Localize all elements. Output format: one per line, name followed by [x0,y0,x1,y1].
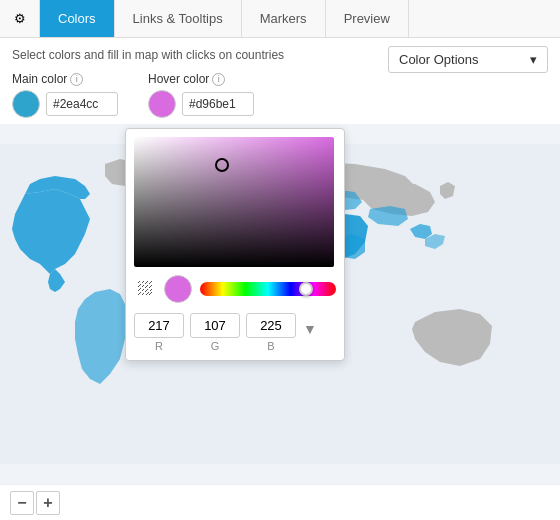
r-input[interactable] [134,313,184,338]
main-color-label: Main color i [12,72,118,86]
color-preview-circle [164,275,192,303]
gear-icon: ⚙ [14,11,26,26]
g-input[interactable] [190,313,240,338]
hover-color-info-icon[interactable]: i [212,73,225,86]
eyedropper-button[interactable]: ⛆ [134,278,156,300]
hue-slider[interactable] [200,282,336,296]
r-label: R [155,340,163,352]
bottom-controls: − + [0,484,560,520]
b-group: B [246,313,296,352]
hue-thumb[interactable] [299,282,313,296]
color-fields: Main color i Hover color i [12,72,548,118]
hover-color-input-row [148,90,254,118]
hover-color-swatch[interactable] [148,90,176,118]
plus-icon: + [43,494,52,512]
color-options-dropdown[interactable]: Color Options ▾ [388,46,548,73]
zoom-out-button[interactable]: − [10,491,34,515]
tab-links-tooltips[interactable]: Links & Tooltips [115,0,242,37]
minus-icon: − [17,494,26,512]
r-group: R [134,313,184,352]
hover-color-group: Hover color i [148,72,254,118]
zoom-in-button[interactable]: + [36,491,60,515]
b-input[interactable] [246,313,296,338]
tab-markers[interactable]: Markers [242,0,326,37]
tab-bar: ⚙ Colors Links & Tooltips Markers Previe… [0,0,560,38]
tab-colors[interactable]: Colors [40,0,115,37]
b-label: B [267,340,274,352]
hue-slider-row: ⛆ [134,275,336,303]
main-color-input-row [12,90,118,118]
main-color-swatch[interactable] [12,90,40,118]
picker-circle[interactable] [215,158,229,172]
color-picker-popup: ⛆ R G B ▼ [125,128,345,361]
content-area: Select colors and fill in map with click… [0,38,560,134]
rgb-row: R G B ▼ [134,313,336,352]
gear-tab[interactable]: ⚙ [0,0,40,37]
rgb-mode-button[interactable]: ▼ [302,317,318,341]
tab-preview[interactable]: Preview [326,0,409,37]
g-label: G [211,340,220,352]
eyedropper-icon: ⛆ [137,280,153,298]
main-color-group: Main color i [12,72,118,118]
color-options-label: Color Options [399,52,478,67]
main-color-info-icon[interactable]: i [70,73,83,86]
hover-color-label: Hover color i [148,72,254,86]
color-gradient-area[interactable] [134,137,334,267]
hover-color-hex-input[interactable] [182,92,254,116]
main-color-hex-input[interactable] [46,92,118,116]
g-group: G [190,313,240,352]
chevron-down-icon: ▾ [530,52,537,67]
